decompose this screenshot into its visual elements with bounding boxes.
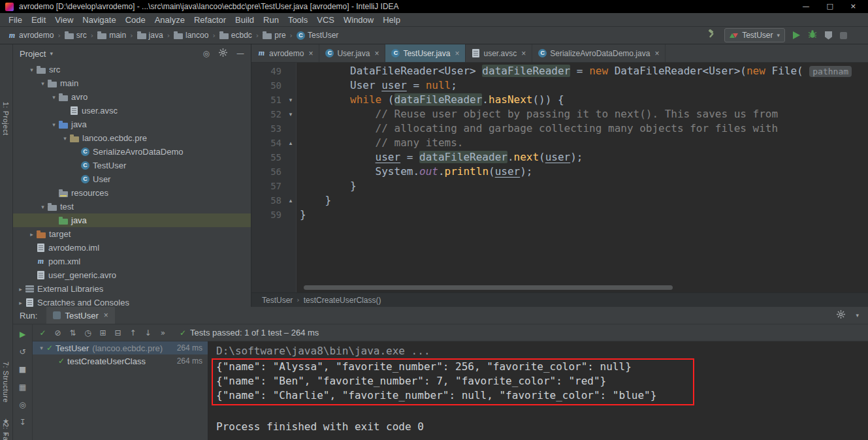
- stop-button[interactable]: [840, 32, 847, 39]
- breadcrumb-item-testuser[interactable]: TestUser: [261, 296, 294, 305]
- menu-item-view[interactable]: View: [50, 15, 78, 25]
- tree-item-resources[interactable]: resources: [13, 186, 251, 200]
- tree-item-src[interactable]: ▾src: [13, 63, 251, 76]
- menu-item-file[interactable]: File: [4, 15, 27, 25]
- project-view-selector[interactable]: Project: [20, 49, 46, 59]
- more-options-icon[interactable]: »: [155, 326, 170, 340]
- rerun-tests-icon[interactable]: ▶: [17, 328, 29, 340]
- breadcrumb-item-main[interactable]: main: [96, 31, 127, 40]
- menu-item-tools[interactable]: Tools: [283, 15, 312, 25]
- tree-item-user-generic-avro[interactable]: user_generic.avro: [13, 268, 251, 282]
- close-icon[interactable]: ×: [521, 49, 526, 58]
- tree-item-user-avsc[interactable]: user.avsc: [13, 104, 251, 118]
- close-icon[interactable]: ×: [104, 311, 108, 320]
- editor-tab-testuser-java[interactable]: CTestUser.java×: [385, 44, 466, 62]
- tree-item-label: User: [93, 174, 110, 184]
- next-failed-test-icon[interactable]: ↓: [140, 326, 155, 340]
- build-hammer-icon[interactable]: [707, 29, 716, 41]
- tool-window-button-structure[interactable]: 7: Structure: [2, 362, 10, 403]
- horizontal-scrollbar[interactable]: [304, 285, 673, 290]
- previous-failed-test-icon[interactable]: ↑: [125, 326, 140, 340]
- tree-item-avrodemo-iml[interactable]: avrodemo.iml: [13, 241, 251, 255]
- tree-item-scratches-and-consoles[interactable]: ▸Scratches and Consoles: [13, 296, 251, 307]
- test-item-testcreateuserclass[interactable]: ✓testCreateUserClass264 ms: [33, 354, 208, 368]
- rerun-failed-tests-icon[interactable]: ↺: [17, 346, 29, 358]
- settings-gear-icon[interactable]: [219, 48, 227, 59]
- scroll-to-end-icon[interactable]: ↧: [17, 416, 29, 428]
- show-ignored-icon[interactable]: ⊘: [50, 326, 65, 340]
- tree-item-pom-xml[interactable]: mpom.xml: [13, 255, 251, 268]
- fold-marker-icon[interactable]: ▴: [285, 193, 296, 208]
- maximize-button[interactable]: □: [826, 0, 833, 13]
- menu-item-refactor[interactable]: Refactor: [189, 15, 231, 25]
- tree-item-lancoo-ecbdc-pre[interactable]: ▾lancoo.ecbdc.pre: [13, 131, 251, 145]
- menu-item-navigate[interactable]: Navigate: [78, 15, 120, 25]
- run-config-selector[interactable]: TestUser ▾: [724, 28, 785, 42]
- debug-button[interactable]: [808, 29, 817, 41]
- tree-item-serializeavrodatademo[interactable]: CSerializeAvroDataDemo: [13, 145, 251, 159]
- breadcrumb-item-testcreateuserclass[interactable]: testCreateUserClass(): [302, 296, 383, 305]
- menu-item-vcs[interactable]: VCS: [312, 15, 339, 25]
- test-history-icon[interactable]: ▦: [17, 381, 29, 393]
- locate-file-icon[interactable]: ◎: [203, 49, 210, 58]
- more-tool-windows-icon[interactable]: »: [3, 430, 7, 437]
- settings-gear-icon[interactable]: [837, 309, 845, 321]
- tree-item-avro[interactable]: ▾avro: [13, 90, 251, 104]
- menu-item-window[interactable]: Window: [339, 15, 378, 25]
- editor-tab-serializeavrodatademo-java[interactable]: CSerializeAvroDataDemo.java×: [532, 44, 666, 62]
- favorites-star-icon[interactable]: ★: [3, 417, 9, 426]
- run-tab-testuser[interactable]: TestUser ×: [46, 307, 114, 324]
- tree-item-external-libraries[interactable]: ▸External Libraries: [13, 282, 251, 296]
- show-passed-icon[interactable]: ✓: [35, 326, 50, 340]
- breadcrumb-item-ecbdc[interactable]: ecbdc: [218, 31, 253, 40]
- minimize-button[interactable]: —: [802, 0, 809, 13]
- breadcrumb-item-pre[interactable]: pre: [261, 31, 287, 40]
- editor-tab-user-java[interactable]: CUser.java×: [319, 44, 385, 62]
- tool-window-button-project[interactable]: 1: Project: [2, 102, 10, 135]
- code-token: user: [376, 151, 401, 163]
- menu-item-code[interactable]: Code: [121, 15, 150, 25]
- hide-panel-icon[interactable]: —: [236, 49, 244, 58]
- tree-item-testuser[interactable]: CTestUser: [13, 159, 251, 172]
- menu-item-analyze[interactable]: Analyze: [150, 15, 189, 25]
- collapse-all-icon[interactable]: ⊟: [110, 326, 125, 340]
- test-item-testuser[interactable]: ▾✓TestUser(lancoo.ecbdc.pre)264 ms: [33, 341, 208, 354]
- breadcrumb-item-testuser[interactable]: CTestUser: [295, 31, 340, 40]
- tree-item-test[interactable]: ▾test: [13, 200, 251, 213]
- menu-item-run[interactable]: Run: [259, 15, 283, 25]
- fold-gutter: [285, 165, 296, 179]
- tree-item-target[interactable]: ▸target: [13, 227, 251, 241]
- close-icon[interactable]: ×: [374, 49, 379, 58]
- code-area[interactable]: 49DataFileReader<User> dataFileReader = …: [251, 63, 868, 292]
- close-icon[interactable]: ×: [654, 49, 659, 58]
- close-icon[interactable]: ×: [308, 49, 313, 58]
- sort-alphabetically-icon[interactable]: ⇅: [65, 326, 80, 340]
- editor-tab-avrodemo[interactable]: mavrodemo×: [251, 44, 319, 62]
- code-token: // many items.: [376, 136, 464, 149]
- hide-panel-icon[interactable]: ▾: [856, 312, 859, 319]
- console-output[interactable]: D:\software\java8\bin\java.exe ...{"name…: [208, 341, 868, 440]
- breadcrumb-item-avrodemo[interactable]: mavrodemo: [7, 31, 55, 40]
- fold-marker-icon[interactable]: ▴: [285, 136, 296, 150]
- menu-item-build[interactable]: Build: [231, 15, 259, 25]
- menu-item-help[interactable]: Help: [378, 15, 405, 25]
- navigate-with-single-click-icon[interactable]: ◎: [17, 399, 29, 411]
- tree-item-user[interactable]: CUser: [13, 172, 251, 186]
- tree-item-java[interactable]: ▾java: [13, 118, 251, 131]
- stop-process-icon[interactable]: ■: [17, 364, 29, 375]
- expand-all-icon[interactable]: ⊞: [95, 326, 110, 340]
- run-with-coverage-button[interactable]: [825, 31, 832, 40]
- breadcrumb-item-java[interactable]: java: [136, 31, 165, 40]
- fold-marker-icon[interactable]: ▾: [285, 107, 296, 121]
- close-button[interactable]: ×: [850, 0, 856, 13]
- run-button[interactable]: [793, 31, 800, 39]
- breadcrumb-item-lancoo[interactable]: lancoo: [172, 31, 210, 40]
- tree-item-java[interactable]: java: [13, 213, 251, 227]
- tree-item-main[interactable]: ▾main: [13, 76, 251, 90]
- fold-marker-icon[interactable]: ▾: [285, 93, 296, 107]
- breadcrumb-item-src[interactable]: src: [63, 31, 88, 40]
- editor-tab-user-avsc[interactable]: user.avsc×: [466, 44, 532, 62]
- menu-item-edit[interactable]: Edit: [27, 15, 50, 25]
- close-icon[interactable]: ×: [455, 49, 459, 58]
- sort-by-duration-icon[interactable]: ◷: [80, 326, 95, 340]
